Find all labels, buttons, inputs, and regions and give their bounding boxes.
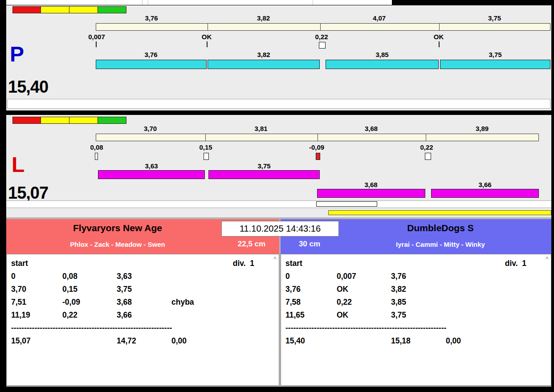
ruler-time-label: 3,82 [207, 14, 320, 22]
light-yellow-1 [41, 6, 69, 13]
results-rows-left: start div. 1 0 0,08 3,63 3,70 0,15 3,75 … [7, 257, 279, 347]
dog-run-bar [208, 170, 320, 179]
ruler-divider [208, 24, 208, 30]
cell-cumulative: 0 [285, 270, 290, 283]
separator-dashes: ----------------------------------------… [11, 322, 172, 335]
ruler-time-label: 3,68 [317, 125, 425, 132]
changeover-tick [207, 41, 208, 47]
toolbar-divider [142, 0, 143, 5]
start-lights-p [12, 6, 126, 13]
changeover-indicator-box [204, 153, 209, 160]
light-red [12, 6, 41, 13]
dog-run-bar [96, 60, 207, 69]
ruler-divider [318, 134, 318, 141]
results-area: Flyvaryors New Age Phlox - Zack - Meadow… [6, 217, 551, 387]
dog-time-label: 3,75 [480, 51, 511, 58]
lane-total-time-p: 15,40 [8, 78, 48, 95]
dog-run-bar [440, 60, 550, 69]
cell-changeover: 0,15 [62, 283, 77, 296]
cell-clean-time: 14,72 [117, 335, 136, 347]
dog-time-label: 3,85 [367, 51, 398, 58]
ruler-time-label: 3,75 [439, 14, 550, 22]
division-label: div. 1 [505, 257, 526, 270]
final-run-strip [328, 210, 551, 215]
start-lights-l [12, 117, 126, 124]
cell-penalty: 0,00 [171, 335, 187, 347]
dog-time-label: 3,82 [248, 51, 279, 58]
total-row: 15,07 14,72 0,00 [7, 335, 279, 347]
table-row: 3,70 0,15 3,75 [7, 283, 279, 296]
cell-cumulative: 0 [11, 270, 16, 283]
ruler-time-label: 3,81 [205, 125, 317, 132]
dog-time-label: 3,63 [136, 162, 167, 170]
cell-total-time: 15,40 [285, 335, 305, 347]
light-green [98, 6, 126, 13]
ruler-divider [439, 24, 440, 30]
light-yellow-1 [41, 117, 69, 124]
light-red [12, 117, 41, 124]
changeover-indicator-box [425, 153, 431, 160]
cell-changeover: 0,22 [337, 296, 352, 309]
dog-run-bar [431, 189, 539, 198]
cell-changeover: 0,007 [337, 270, 356, 283]
cell-changeover: 0,22 [62, 309, 77, 322]
cell-dog-time: 3,75 [117, 283, 132, 296]
table-row: 11,19 0,22 3,66 [7, 309, 279, 322]
race-timestamp: 11.10.2025 14:43:16 [221, 221, 339, 237]
jump-height-right: 30 cm [292, 240, 327, 249]
cell-changeover: 0,08 [62, 270, 77, 283]
cell-dog-time: 3,76 [391, 270, 406, 283]
light-yellow-2 [69, 117, 98, 124]
cell-cumulative: 7,51 [11, 296, 26, 309]
cell-cumulative: 3,70 [11, 283, 26, 296]
cell-dog-time: 3,66 [117, 309, 132, 322]
table-row: 0 0,007 3,76 [281, 270, 551, 283]
toolbar-divider [148, 0, 148, 5]
cell-dog-time: 3,63 [117, 270, 132, 283]
cell-changeover: -0,09 [62, 296, 80, 309]
results-table-left: ^ start div. 1 0 0,08 3,63 3,70 0,15 3,7… [6, 254, 279, 386]
separator-row: ----------------------------------------… [281, 322, 551, 335]
cell-dog-time: 3,82 [391, 283, 406, 296]
changeover-label: OK [191, 33, 222, 41]
cell-penalty: 0,00 [446, 335, 461, 347]
ruler-divider [205, 134, 206, 141]
cell-changeover: OK [337, 283, 348, 296]
table-row: 0 0,08 3,63 [7, 270, 279, 283]
cell-dog-time: 3,85 [391, 296, 406, 309]
dog-run-bar [326, 60, 439, 69]
scroll-up-icon[interactable]: ^ [273, 256, 277, 261]
division-label: div. 1 [233, 257, 254, 270]
ruler-divider [320, 24, 321, 30]
results-table-right: ^ start div. 1 0 0,007 3,76 3,76 OK 3,82 [281, 254, 551, 386]
team-name-left: Flyvaryors New Age [6, 223, 229, 233]
separator-dashes: ----------------------------------------… [285, 322, 446, 335]
start-label: start [11, 257, 28, 270]
cell-dog-time: 3,75 [391, 309, 406, 322]
dog-time-label: 3,76 [135, 51, 167, 58]
cell-total-time: 15,07 [11, 335, 31, 347]
team-members-right: Iyrai - Cammi - Mitty - Winky [330, 241, 551, 248]
changeover-label: 0,22 [411, 143, 442, 151]
split-ruler-l [96, 134, 539, 141]
dog-run-bar [208, 60, 320, 69]
cell-changeover: OK [337, 309, 348, 322]
scroll-up-icon[interactable]: ^ [546, 256, 549, 261]
total-row: 15,40 15,18 0,00 [281, 335, 551, 347]
lane-p-panel: 3,76 3,82 4,07 3,75 0,007 OK 0,22 OK 3,7… [6, 5, 551, 110]
light-green [98, 117, 126, 124]
dog-run-bar [317, 189, 425, 198]
team-members-left: Phlox - Zack - Meadow - Swen [6, 241, 229, 248]
changeover-tick [439, 41, 440, 47]
lane-l-status-strip [6, 200, 551, 208]
table-row: 7,51 -0,09 3,68 chyba [7, 296, 279, 309]
changeover-label: -0,09 [301, 143, 332, 151]
changeover-label: 0,007 [81, 33, 112, 41]
results-rows-right: start div. 1 0 0,007 3,76 3,76 OK 3,82 7… [281, 257, 551, 347]
changeover-label: OK [423, 33, 454, 41]
lane-p-status-strip [7, 99, 550, 109]
changeover-label: 0,08 [81, 143, 112, 151]
split-ruler-p [96, 23, 550, 31]
ruler-time-label: 4,07 [320, 14, 439, 22]
start-label: start [285, 257, 302, 270]
